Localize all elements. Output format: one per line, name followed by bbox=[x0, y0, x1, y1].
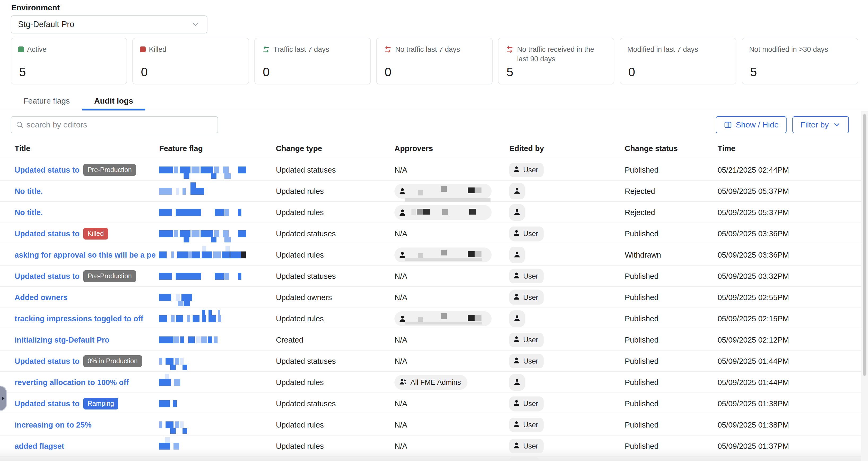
table-header: Title Feature flag Change type Approvers… bbox=[14, 139, 860, 158]
edited-by-user-pill[interactable]: User bbox=[509, 290, 544, 305]
edited-by-avatar-pill[interactable] bbox=[509, 247, 525, 263]
redaction-block bbox=[159, 379, 171, 386]
stat-card-label-text: No traffic received in the last 90 days bbox=[517, 45, 607, 64]
stat-card-value: 0 bbox=[141, 65, 148, 79]
edited-by-cell: User bbox=[509, 397, 625, 411]
redaction-block bbox=[214, 230, 219, 237]
chevron-down-icon bbox=[191, 20, 200, 29]
redaction-block bbox=[180, 167, 190, 173]
edited-by-avatar-pill[interactable] bbox=[509, 311, 525, 327]
audit-title-link[interactable]: tracking impressions toggled to off bbox=[14, 314, 143, 323]
audit-title-link[interactable]: No title. bbox=[14, 208, 43, 217]
tab-feature-flags[interactable]: Feature flags bbox=[11, 93, 82, 110]
change-type-cell: Updated statuses bbox=[276, 166, 395, 174]
stat-card-label: Not modified in >30 days bbox=[749, 45, 851, 54]
time-cell: 05/09/2025 01:44PM bbox=[718, 357, 860, 366]
edited-by-user-pill[interactable]: User bbox=[509, 269, 544, 283]
change-type-cell: Updated statuses bbox=[276, 229, 395, 238]
tab-audit-logs[interactable]: Audit logs bbox=[82, 93, 145, 110]
stat-card-modified-in-last-7-days: Modified in last 7 days0 bbox=[620, 38, 736, 84]
vertical-scrollbar-thumb[interactable] bbox=[863, 114, 866, 376]
edited-by-user-pill[interactable]: User bbox=[509, 354, 544, 368]
edited-by-avatar-pill[interactable] bbox=[509, 204, 525, 221]
audit-title-link[interactable]: Updated status to bbox=[14, 166, 80, 174]
audit-title-link[interactable]: Updated status to bbox=[14, 399, 80, 408]
approvers-cell: N/A bbox=[395, 229, 509, 238]
approver-group-pill[interactable]: All FME Admins bbox=[395, 375, 467, 390]
audit-title-link[interactable]: added flagset bbox=[14, 442, 64, 451]
feature-flag-redacted bbox=[159, 159, 276, 180]
edited-by-avatar-pill[interactable] bbox=[509, 183, 525, 199]
edited-by-cell: User bbox=[509, 227, 625, 241]
change-status-cell: Published bbox=[625, 166, 718, 174]
edited-by-user-pill[interactable]: User bbox=[509, 397, 544, 411]
expand-arrow-icon bbox=[1, 396, 6, 401]
audit-title-link[interactable]: Updated status to bbox=[14, 357, 80, 366]
redaction-block bbox=[213, 252, 221, 258]
table-row: No title.Updated rulesRejected05/09/2025… bbox=[0, 180, 868, 202]
environment-select[interactable]: Stg-Default Pro bbox=[10, 16, 208, 33]
table-row: initializing stg-Default ProCreatedN/AUs… bbox=[0, 329, 868, 350]
change-status-cell: Rejected bbox=[625, 208, 718, 217]
change-status-cell: Withdrawn bbox=[625, 251, 718, 259]
column-header-feature-flag: Feature flag bbox=[159, 144, 276, 153]
killed-square-icon bbox=[140, 47, 146, 52]
stat-card-label: No traffic last 7 days bbox=[383, 45, 485, 56]
redaction-block bbox=[174, 379, 180, 386]
tabs: Feature flags Audit logs bbox=[11, 93, 145, 110]
audit-title-link[interactable]: Updated status to bbox=[14, 229, 80, 238]
edited-by-user-pill[interactable]: User bbox=[509, 439, 544, 453]
edited-by-cell: User bbox=[509, 163, 625, 177]
redaction-block bbox=[225, 246, 230, 252]
time-cell: 05/09/2025 02:12PM bbox=[718, 336, 860, 344]
status-badge: Killed bbox=[83, 228, 108, 239]
audit-title-link[interactable]: increasing on to 25% bbox=[14, 421, 92, 429]
sidebar-expand-handle[interactable] bbox=[0, 385, 7, 411]
stat-card-label-text: Active bbox=[27, 45, 47, 54]
redaction-block bbox=[468, 315, 474, 321]
edited-by-user-pill[interactable]: User bbox=[509, 418, 544, 432]
stat-card-label: Active bbox=[18, 45, 120, 54]
approver-redacted-pill[interactable] bbox=[395, 311, 492, 326]
edited-by-avatar-pill[interactable] bbox=[509, 374, 525, 391]
audit-title-link[interactable]: Added owners bbox=[14, 293, 68, 302]
feature-flag-redacted bbox=[159, 329, 276, 350]
show-hide-columns-button[interactable]: Show / Hide bbox=[716, 116, 787, 133]
filter-by-button[interactable]: Filter by bbox=[793, 116, 849, 133]
time-cell: 05/09/2025 02:15PM bbox=[718, 314, 860, 323]
redaction-block bbox=[180, 337, 184, 343]
audit-title-link[interactable]: initializing stg-Default Pro bbox=[14, 336, 110, 344]
redaction-block bbox=[159, 273, 172, 280]
person-icon bbox=[513, 165, 521, 175]
edited-by-user-pill[interactable]: User bbox=[509, 163, 544, 177]
redaction-block bbox=[230, 252, 241, 258]
stat-card-value: 5 bbox=[19, 65, 26, 79]
redaction-block bbox=[188, 337, 195, 343]
audit-title-link[interactable]: Updated status to bbox=[14, 272, 80, 281]
audit-title-link[interactable]: No title. bbox=[14, 187, 43, 196]
change-type-cell: Created bbox=[276, 336, 395, 344]
approvers-cell: N/A bbox=[395, 357, 509, 366]
edited-by-user-pill[interactable]: User bbox=[509, 227, 544, 241]
redaction-block bbox=[224, 209, 229, 216]
redaction-block bbox=[190, 182, 196, 188]
stat-card-label: Modified in last 7 days bbox=[627, 45, 729, 54]
audit-title-link[interactable]: asking for approval so this will be a pe bbox=[14, 251, 156, 259]
edited-by-user-pill[interactable]: User bbox=[509, 333, 544, 347]
audit-title-link[interactable]: reverting allocation to 100% off bbox=[14, 378, 129, 387]
edited-by-cell bbox=[509, 311, 625, 327]
approvers-cell: N/A bbox=[395, 421, 509, 429]
approver-redacted-pill[interactable] bbox=[395, 205, 492, 220]
approver-redacted-pill[interactable] bbox=[395, 184, 492, 199]
approver-redacted-pill[interactable] bbox=[395, 248, 492, 262]
redaction-block bbox=[170, 365, 176, 370]
redaction-block bbox=[191, 230, 199, 237]
redaction-block bbox=[200, 230, 213, 237]
search-input[interactable] bbox=[27, 120, 213, 129]
edited-by-user-label: User bbox=[523, 272, 538, 281]
edited-by-user-label: User bbox=[523, 336, 538, 344]
redaction-block bbox=[211, 173, 216, 179]
approvers-na: N/A bbox=[395, 272, 407, 281]
stat-card-value: 5 bbox=[750, 65, 757, 79]
redaction-block bbox=[475, 315, 482, 321]
